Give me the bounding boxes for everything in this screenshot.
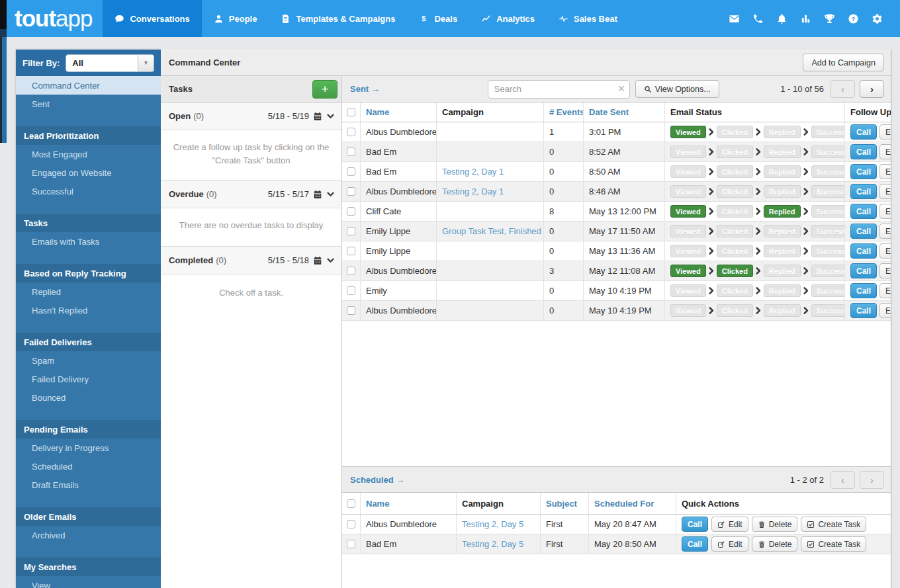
- bell-icon[interactable]: [776, 13, 788, 24]
- sidebar-item-delivery-in-progress[interactable]: Delivery in Progress: [16, 439, 161, 457]
- sent-prev-page-button[interactable]: ‹: [831, 80, 855, 98]
- sidebar-item-hasn-t-replied[interactable]: Hasn't Replied: [16, 301, 161, 319]
- campaign-link[interactable]: Testing 2, Day 1: [442, 167, 504, 177]
- call-button[interactable]: Call: [850, 224, 877, 239]
- row-checkbox[interactable]: [347, 286, 355, 295]
- search-input[interactable]: [488, 80, 630, 99]
- row-checkbox[interactable]: [347, 147, 355, 156]
- chevron-down-icon[interactable]: [326, 190, 335, 198]
- delete-button[interactable]: Delete: [752, 517, 798, 532]
- sidebar-item-scheduled[interactable]: Scheduled: [16, 457, 161, 476]
- sidebar-item-replied[interactable]: Replied: [16, 282, 161, 301]
- email-button[interactable]: Email: [879, 283, 891, 298]
- task-date-range[interactable]: 5/18 - 5/19: [268, 111, 335, 121]
- email-button[interactable]: Email: [879, 224, 891, 239]
- sidebar-item-successful[interactable]: Successful: [16, 182, 161, 200]
- clear-search-icon[interactable]: ✕: [617, 83, 625, 94]
- call-button[interactable]: Call: [850, 263, 877, 278]
- call-button[interactable]: Call: [850, 184, 877, 199]
- chevron-down-icon[interactable]: [326, 256, 335, 265]
- email-button[interactable]: Email: [879, 204, 891, 219]
- row-checkbox[interactable]: [347, 540, 355, 548]
- create-task-button[interactable]: Create Task: [801, 517, 866, 532]
- sidebar-item-command-center[interactable]: Command Center: [16, 76, 161, 95]
- nav-tab-analytics[interactable]: Analytics: [469, 0, 547, 37]
- call-button[interactable]: Call: [850, 164, 877, 179]
- campaign-link[interactable]: Testing 2, Day 1: [442, 187, 504, 196]
- select-all-checkbox[interactable]: [347, 499, 355, 508]
- sidebar-item-emails-with-tasks[interactable]: Emails with Tasks: [16, 232, 161, 251]
- email-button[interactable]: Email: [879, 164, 891, 179]
- select-all-checkbox[interactable]: [347, 108, 355, 116]
- task-date-range[interactable]: 5/15 - 5/17: [268, 189, 335, 199]
- nav-tab-deals[interactable]: $Deals: [407, 0, 469, 37]
- campaign-link[interactable]: Group Task Test, Finished: [442, 226, 541, 236]
- email-button[interactable]: Email: [879, 303, 891, 318]
- row-checkbox[interactable]: [347, 167, 355, 176]
- call-button[interactable]: Call: [850, 243, 877, 259]
- row-checkbox[interactable]: [347, 306, 355, 315]
- view-options-button[interactable]: View Options...: [635, 80, 719, 98]
- column-header-subject[interactable]: Subject: [541, 493, 589, 514]
- email-button[interactable]: Email: [879, 243, 891, 259]
- email-button[interactable]: Email: [879, 263, 891, 278]
- sidebar-item-failed-delivery[interactable]: Failed Delivery: [16, 370, 161, 388]
- add-to-campaign-button[interactable]: Add to Campaign: [803, 54, 884, 71]
- column-header-name[interactable]: Name: [361, 493, 457, 514]
- sidebar-item-bounced[interactable]: Bounced: [16, 388, 161, 407]
- sidebar-item-draft-emails[interactable]: Draft Emails: [16, 476, 161, 494]
- chevron-down-icon[interactable]: ▼: [138, 55, 154, 71]
- phone-icon[interactable]: [752, 13, 764, 24]
- sent-title-link[interactable]: Sent →: [350, 84, 380, 94]
- call-button[interactable]: Call: [850, 204, 877, 219]
- sidebar-item-most-engaged[interactable]: Most Engaged: [16, 145, 161, 163]
- call-button[interactable]: Call: [850, 124, 877, 140]
- toutapp-logo[interactable]: toutapp: [7, 0, 103, 37]
- column-header-events[interactable]: # Events: [544, 103, 584, 122]
- scheduled-prev-page-button[interactable]: ‹: [831, 471, 855, 489]
- email-button[interactable]: Email: [879, 124, 891, 140]
- campaign-link[interactable]: Testing 2, Day 5: [462, 519, 523, 529]
- sidebar-item-sent[interactable]: Sent: [16, 95, 161, 113]
- email-button[interactable]: Email: [879, 144, 891, 159]
- bar-chart-icon[interactable]: [800, 13, 811, 24]
- sidebar-item-view[interactable]: View: [16, 576, 161, 588]
- create-task-button[interactable]: +: [312, 80, 338, 99]
- scheduled-next-page-button[interactable]: ›: [860, 471, 884, 489]
- task-date-range[interactable]: 5/15 - 5/18: [268, 255, 335, 265]
- row-checkbox[interactable]: [347, 207, 355, 216]
- row-checkbox[interactable]: [347, 227, 355, 235]
- nav-tab-templates-campaigns[interactable]: Templates & Campaigns: [269, 0, 407, 37]
- column-header-date-sent[interactable]: Date Sent: [584, 103, 665, 122]
- chevron-down-icon[interactable]: [326, 112, 335, 120]
- row-checkbox[interactable]: [347, 187, 355, 196]
- nav-tab-people[interactable]: People: [202, 0, 269, 37]
- call-button[interactable]: Call: [850, 144, 877, 159]
- sidebar-item-spam[interactable]: Spam: [16, 351, 161, 370]
- gear-icon[interactable]: [872, 13, 883, 24]
- column-header-name[interactable]: Name: [361, 103, 437, 122]
- call-button[interactable]: Call: [850, 303, 877, 318]
- trophy-icon[interactable]: [824, 13, 835, 24]
- nav-tab-conversations[interactable]: Conversations: [103, 0, 201, 37]
- email-button[interactable]: Email: [879, 184, 891, 199]
- edit-button[interactable]: Edit: [711, 517, 748, 532]
- sidebar-item-archived[interactable]: Archived: [16, 526, 161, 544]
- delete-button[interactable]: Delete: [752, 536, 798, 552]
- help-icon[interactable]: ?: [848, 13, 859, 24]
- call-button[interactable]: Call: [682, 517, 708, 532]
- row-checkbox[interactable]: [347, 247, 355, 255]
- envelope-icon[interactable]: [729, 13, 740, 24]
- filter-dropdown[interactable]: All ▼: [66, 54, 154, 72]
- column-header-scheduled-for[interactable]: Scheduled For: [589, 493, 676, 514]
- edit-button[interactable]: Edit: [711, 536, 748, 552]
- sidebar-item-engaged-on-website[interactable]: Engaged on Website: [16, 163, 161, 182]
- call-button[interactable]: Call: [682, 536, 708, 552]
- nav-tab-sales-beat[interactable]: Sales Beat: [547, 0, 629, 37]
- create-task-button[interactable]: Create Task: [801, 536, 866, 552]
- row-checkbox[interactable]: [347, 128, 355, 136]
- call-button[interactable]: Call: [850, 283, 877, 298]
- scheduled-title-link[interactable]: Scheduled →: [350, 475, 404, 485]
- row-checkbox[interactable]: [347, 520, 355, 528]
- sent-next-page-button[interactable]: ›: [860, 80, 884, 98]
